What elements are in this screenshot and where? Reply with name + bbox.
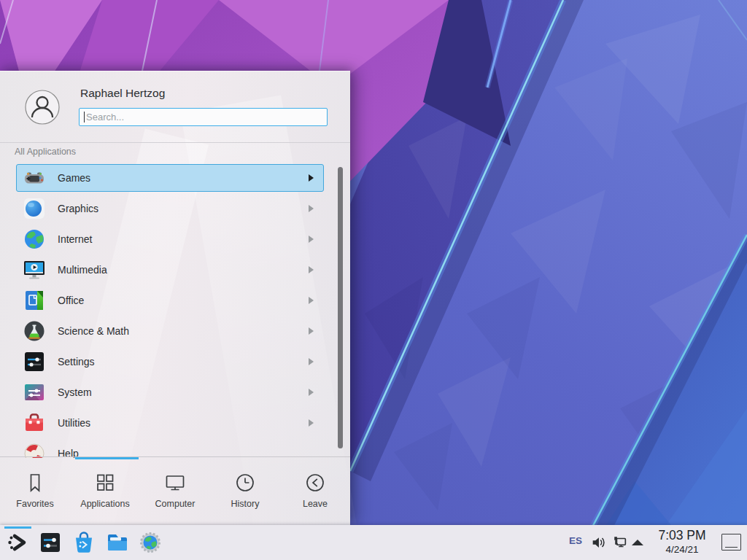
menu-item-label: Science & Math [58,325,129,337]
internet-icon [23,228,46,251]
menu-item-office[interactable]: Office [16,287,324,314]
application-launcher-button[interactable] [6,531,29,554]
header-divider [0,142,350,143]
submenu-arrow-icon [309,297,314,304]
settings-icon [23,350,46,373]
multimedia-icon [23,258,46,281]
volume-button[interactable] [590,534,606,551]
user-avatar[interactable] [25,90,60,125]
applications-list: Games Graphics [0,164,350,458]
tab-history[interactable]: History [210,457,280,526]
menu-item-science-math[interactable]: Science & Math [16,317,324,345]
applications-icon [94,472,116,494]
search-input[interactable] [79,108,328,126]
menu-item-label: Office [58,295,84,306]
desktop-rect-icon [725,547,738,548]
menu-item-system[interactable]: System [16,378,324,406]
clock-time: 7:03 PM [651,528,713,543]
discover-button[interactable] [72,531,96,554]
network-button[interactable] [612,534,628,551]
tab-label: Favorites [16,499,53,509]
menu-item-label: Multimedia [58,264,107,276]
tab-computer[interactable]: Computer [140,457,210,526]
user-name: Raphael Hertzog [80,87,165,100]
tab-label: Applications [80,499,129,509]
leave-icon [304,472,326,494]
menu-item-graphics[interactable]: Graphics [16,195,324,222]
graphics-icon [23,197,46,220]
active-tab-indicator [75,457,139,459]
menu-item-label: Games [58,172,90,184]
application-launcher-popup: Raphael Hertzog All Applications [0,71,350,525]
submenu-arrow-icon [309,205,314,212]
launcher-tabbar: Favorites Applications [0,456,350,526]
menu-item-internet[interactable]: Internet [16,225,324,253]
games-icon [23,166,46,190]
computer-icon [164,472,186,494]
submenu-arrow-icon [309,266,314,273]
system-settings-icon [39,531,62,554]
menu-item-settings[interactable]: Settings [16,348,324,376]
submenu-arrow-icon [309,419,314,427]
system-icon [23,381,46,404]
science-icon [23,319,46,343]
tab-leave[interactable]: Leave [280,457,350,526]
submenu-arrow-icon [309,236,314,243]
web-browser-button[interactable] [139,531,162,554]
text-caret [84,112,85,122]
globe-browser-icon [139,531,162,554]
help-icon [23,442,46,458]
menu-item-label: Utilities [58,417,90,429]
menu-item-label: Internet [58,233,92,245]
submenu-arrow-icon [309,389,314,396]
section-label: All Applications [15,147,76,157]
tab-label: Computer [155,499,196,509]
menu-item-label: Settings [58,356,95,368]
menu-item-games[interactable]: Games [16,164,324,192]
taskbar-panel: ES 7:03 PM 4/24/21 [0,525,747,560]
tab-favorites[interactable]: Favorites [0,457,70,526]
search-field-wrap [79,108,328,126]
history-icon [234,472,256,494]
desktop: Raphael Hertzog All Applications [0,0,747,560]
list-scrollbar[interactable] [338,167,343,448]
menu-item-label: System [58,386,92,398]
submenu-arrow-icon [309,174,314,182]
menu-item-utilities[interactable]: Utilities [16,409,324,437]
menu-item-label: Graphics [58,203,98,214]
expand-tray-icon[interactable] [632,540,643,545]
digital-clock[interactable]: 7:03 PM 4/24/21 [651,528,713,555]
office-icon [23,289,46,312]
submenu-arrow-icon [309,327,314,335]
menu-item-help[interactable]: Help [16,440,324,458]
submenu-arrow-icon [309,358,314,365]
show-desktop-button[interactable] [721,534,741,551]
system-settings-button[interactable] [39,531,62,554]
network-icon [612,534,628,551]
keyboard-layout-indicator[interactable]: ES [569,535,582,546]
discover-icon [72,531,96,554]
utilities-icon [23,411,46,435]
tab-label: History [231,499,260,509]
dolphin-folder-icon [106,531,129,554]
menu-item-multimedia[interactable]: Multimedia [16,256,324,284]
kickoff-icon [6,531,29,554]
favorites-icon [24,472,46,494]
clock-date: 4/24/21 [651,544,713,555]
file-manager-button[interactable] [106,531,129,554]
tab-label: Leave [303,499,328,509]
tab-applications[interactable]: Applications [70,457,140,526]
volume-icon [590,534,606,551]
launcher-active-indicator [4,526,31,529]
